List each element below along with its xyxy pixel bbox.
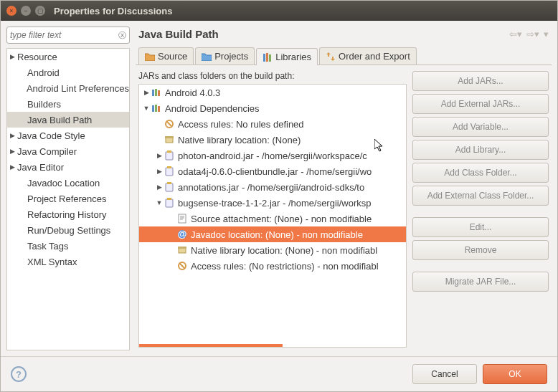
- tree-row[interactable]: ▶odata4j-0.6.0-clientbundle.jar - /home/…: [139, 163, 406, 179]
- expander-icon[interactable]: ▶: [10, 53, 17, 60]
- svg-rect-5: [158, 90, 160, 96]
- tree-row[interactable]: ▶annotations.jar - /home/sergii/android-…: [139, 179, 406, 195]
- tab-label: Libraries: [275, 52, 311, 62]
- nav-item[interactable]: Android Lint Preferences: [7, 80, 129, 96]
- tree-row[interactable]: Access rules: No rules defined: [139, 116, 406, 132]
- filter-input[interactable]: [10, 30, 118, 40]
- expander-icon[interactable]: ▼: [142, 105, 151, 112]
- add-jars-button[interactable]: Add JARs...: [412, 71, 549, 91]
- tree-row[interactable]: Source attachment: (None) - non modifiab…: [139, 211, 406, 226]
- tree-row[interactable]: @Javadoc location: (None) - non modifiab…: [139, 226, 406, 242]
- add-library-button[interactable]: Add Library...: [412, 140, 549, 160]
- tree-row[interactable]: Native library location: (None): [139, 132, 406, 148]
- svg-rect-4: [155, 89, 157, 96]
- menu-icon[interactable]: ▾: [544, 29, 549, 39]
- tab-libraries[interactable]: Libraries: [256, 48, 318, 65]
- tree-row-label: Native library location: (None) - non mo…: [191, 245, 377, 256]
- window-title: Properties for Discussions: [54, 6, 172, 16]
- expander-icon[interactable]: ▶: [155, 168, 164, 175]
- tree-row-label: Access rules: (No restrictions) - non mo…: [191, 261, 379, 272]
- svg-rect-20: [179, 214, 186, 223]
- svg-rect-8: [158, 106, 160, 112]
- nav-item-label: XML Syntax: [27, 257, 77, 267]
- expander-icon[interactable]: ▶: [10, 132, 17, 139]
- tab-label: Projects: [214, 51, 248, 62]
- tree-row[interactable]: Native library location: (None) - non mo…: [139, 242, 406, 258]
- tree-row[interactable]: ▼bugsense-trace-1-1-2.jar - /home/sergii…: [139, 195, 406, 211]
- access-icon: [176, 260, 188, 272]
- close-window-button[interactable]: ×: [6, 6, 16, 16]
- expander-icon[interactable]: ▶: [10, 148, 17, 155]
- add-external-class-folder-button[interactable]: Add External Class Folder...: [412, 186, 549, 206]
- libraries-tree[interactable]: ▶Android 4.0.3▼Android DependenciesAcces…: [138, 84, 407, 348]
- filter-box[interactable]: ⓧ: [6, 27, 130, 44]
- add-external-jars-button[interactable]: Add External JARs...: [412, 94, 549, 114]
- svg-rect-11: [165, 136, 174, 138]
- nav-item[interactable]: ▶Java Code Style: [7, 128, 129, 143]
- tree-row-label: odata4j-0.6.0-clientbundle.jar - /home/s…: [178, 166, 372, 177]
- nav-item[interactable]: Java Build Path: [7, 112, 129, 128]
- svg-rect-6: [152, 105, 154, 112]
- header-nav-icons: ⇦▾ ⇨▾ ▾: [509, 29, 549, 39]
- tree-row[interactable]: Access rules: (No restrictions) - non mo…: [139, 258, 406, 274]
- tree-row-label: Access rules: No rules defined: [178, 119, 304, 130]
- nav-item-label: Android: [27, 67, 60, 78]
- svg-rect-15: [167, 166, 171, 168]
- forward-icon[interactable]: ⇨▾: [526, 29, 539, 39]
- nav-item[interactable]: ▶Resource: [7, 49, 129, 64]
- remove-button[interactable]: Remove: [412, 240, 549, 260]
- svg-text:@: @: [178, 229, 187, 239]
- nav-item-label: Run/Debug Settings: [27, 225, 110, 236]
- tree-row[interactable]: ▶photon-android.jar - /home/sergii/works…: [139, 148, 406, 163]
- expander-icon[interactable]: ▶: [142, 89, 151, 96]
- nav-item[interactable]: Task Tags: [7, 238, 129, 254]
- expander-icon[interactable]: ▶: [155, 183, 164, 191]
- nav-item-label: Javadoc Location: [27, 178, 100, 188]
- tab-source[interactable]: Source: [138, 47, 194, 64]
- nav-tree[interactable]: ▶ResourceAndroidAndroid Lint Preferences…: [6, 48, 130, 350]
- javadoc-icon: @: [176, 229, 188, 240]
- tree-row[interactable]: ▼Android Dependencies: [139, 100, 406, 116]
- svg-rect-12: [166, 152, 173, 160]
- nav-item[interactable]: ▶Java Compiler: [7, 143, 129, 159]
- nav-item[interactable]: Project References: [7, 191, 129, 206]
- mouse-cursor-icon: [374, 139, 386, 153]
- back-icon[interactable]: ⇦▾: [509, 29, 522, 39]
- nav-item[interactable]: Android: [7, 64, 129, 80]
- add-variable-button[interactable]: Add Variable...: [412, 117, 549, 137]
- minimize-window-button[interactable]: −: [21, 6, 31, 16]
- help-icon[interactable]: ?: [11, 366, 27, 382]
- maximize-window-button[interactable]: ▢: [35, 6, 45, 16]
- lib-icon: [151, 102, 162, 114]
- migrate-jar-button[interactable]: Migrate JAR File...: [412, 272, 549, 292]
- tree-row[interactable]: ▶Android 4.0.3: [139, 85, 406, 100]
- horizontal-scrollbar[interactable]: [139, 344, 283, 347]
- nav-item[interactable]: ▶Java Editor: [7, 159, 129, 175]
- svg-rect-1: [266, 53, 268, 62]
- edit-button[interactable]: Edit...: [412, 217, 549, 237]
- nav-item-label: Java Editor: [17, 162, 64, 173]
- tree-row-label: Android Dependencies: [165, 103, 260, 114]
- cancel-button[interactable]: Cancel: [412, 364, 477, 384]
- jar-icon: [164, 181, 175, 193]
- svg-rect-23: [179, 248, 186, 253]
- clear-filter-icon[interactable]: ⓧ: [118, 30, 126, 40]
- ok-button[interactable]: OK: [483, 364, 547, 384]
- access-icon: [164, 118, 175, 130]
- expander-icon[interactable]: ▼: [155, 199, 164, 206]
- tree-row-label: annotations.jar - /home/sergii/android-s…: [178, 182, 364, 193]
- nav-item[interactable]: Run/Debug Settings: [7, 222, 129, 238]
- tab-projects[interactable]: Projects: [195, 47, 255, 64]
- add-class-folder-button[interactable]: Add Class Folder...: [412, 163, 549, 183]
- folder-orange-icon: [145, 52, 155, 62]
- folder-blue-icon: [202, 52, 212, 62]
- nav-item[interactable]: Builders: [7, 96, 129, 112]
- nav-item-label: Project References: [27, 193, 107, 204]
- nav-item[interactable]: XML Syntax: [7, 254, 129, 269]
- tab-order-and-export[interactable]: Order and Export: [319, 47, 417, 64]
- expander-icon[interactable]: ▶: [155, 152, 164, 159]
- nav-item[interactable]: Refactoring History: [7, 206, 129, 222]
- nav-item[interactable]: Javadoc Location: [7, 175, 129, 191]
- expander-icon[interactable]: ▶: [10, 163, 17, 171]
- nav-item-label: Android Lint Preferences: [27, 83, 129, 94]
